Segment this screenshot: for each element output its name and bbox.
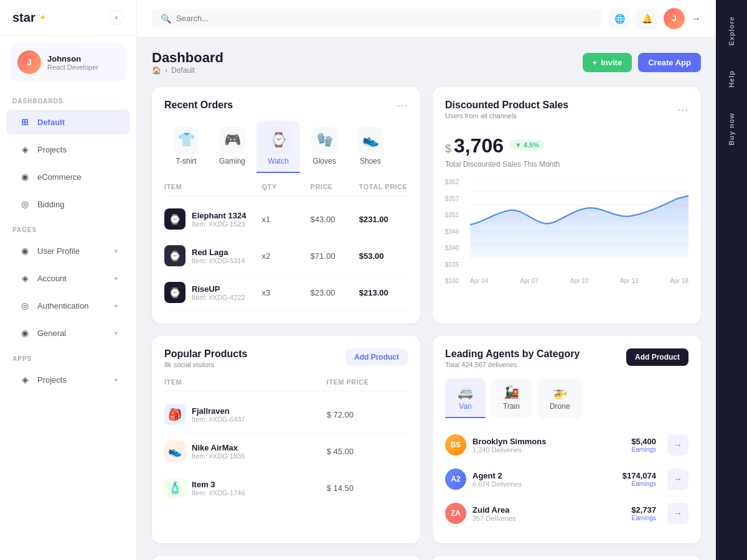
agent-info: Agent 2 6,074 Deliveries [472, 471, 616, 488]
overlay-cards: B Bootstrap 5 Cre ASP.NET Core 7 [152, 556, 701, 560]
sidebar-item-label: Default [37, 118, 65, 127]
y-label: $335 [445, 261, 459, 268]
product-image: 🧴 [164, 477, 186, 498]
drone-icon: 🚁 [552, 385, 568, 399]
agent-arrow-button[interactable]: → [667, 434, 688, 455]
list-item: BS Brooklyn Simmons 1,240 Deliveries $5,… [445, 428, 688, 462]
y-label: $330 [445, 278, 459, 284]
card-title: Recent Orders [164, 100, 233, 111]
x-label: Apr 18 [670, 278, 688, 284]
topbar-actions: 🌐 🔔 J → [609, 8, 701, 29]
item-image: ⌚ [164, 245, 186, 266]
sidebar-item-account[interactable]: ◈ Account ▾ [6, 266, 130, 291]
notification-button[interactable]: 🔔 [636, 8, 657, 29]
sidebar-item-projects[interactable]: ◈ Projects [6, 137, 130, 162]
agent-name: Zuid Area [472, 505, 625, 515]
x-label: Apr 10 [570, 278, 588, 284]
item-image: ⌚ [164, 282, 186, 303]
buy-now-button[interactable]: Buy now [724, 106, 739, 152]
sidebar-item-apps-projects[interactable]: ◈ Projects ▾ [6, 367, 130, 392]
qty-value: x3 [261, 288, 310, 297]
card-subtitle: Total 424,567 deliveries [445, 361, 580, 368]
sidebar-item-user-profile[interactable]: ◉ User Profile ▾ [6, 238, 130, 263]
help-button[interactable]: Help [724, 64, 739, 94]
y-label: $340 [445, 245, 459, 251]
avatar: J [664, 8, 685, 29]
item-info: 🎒 Fjallraven Item: #XDG-6437 [164, 404, 327, 425]
item-info: ⌚ Elephant 1324 Item: #XDG-1523 [164, 208, 261, 230]
agent-arrow-button[interactable]: → [667, 469, 688, 490]
grid-icon: ⊞ [19, 116, 31, 128]
tshirt-icon: 👕 [173, 127, 199, 153]
table-row: ⌚ Red Laga Item: #XDG-5314 x2 $71.00 $53… [164, 238, 408, 274]
tab-tshirt[interactable]: 👕 T-shirt [164, 121, 208, 173]
user-info: Johnson React Developer [47, 54, 98, 71]
avatar: A2 [445, 469, 466, 490]
item-sku: Item: #XDG-1523 [192, 220, 246, 228]
chevron-down-icon: ▾ [115, 302, 118, 309]
breadcrumb-separator: › [165, 66, 167, 75]
add-product-button[interactable]: Add Product [626, 348, 688, 366]
x-label: Apr 04 [470, 278, 488, 284]
search-icon: 🔍 [161, 14, 171, 24]
agent-name: Agent 2 [472, 471, 616, 480]
avatar: ZA [445, 503, 466, 524]
tab-van[interactable]: 🚐 Van [445, 378, 486, 418]
list-item: A2 Agent 2 6,074 Deliveries $174,074 Ear… [445, 462, 688, 497]
more-options-button[interactable]: ⋯ [397, 100, 408, 111]
sidebar-item-label: Projects [37, 375, 67, 385]
popular-products-card: Popular Products 8k social visitors Add … [152, 336, 420, 543]
sidebar-item-authentication[interactable]: ◎ Authentication ▾ [6, 293, 130, 318]
shoes-icon: 👟 [357, 127, 383, 153]
gloves-icon: 🧤 [311, 127, 337, 153]
price-value: $ 14.50 [327, 483, 408, 493]
deliveries-count: 357 Deliveries [472, 515, 625, 522]
sidebar-item-ecommerce[interactable]: ◉ eCommerce [6, 164, 130, 189]
watch-icon: ⌚ [265, 127, 291, 153]
tab-label: Gaming [219, 157, 245, 166]
account-icon: ◈ [19, 272, 31, 284]
sidebar-item-bidding[interactable]: ◎ Bidding [6, 192, 130, 217]
more-options-button[interactable]: ⋯ [677, 104, 688, 115]
ecommerce-icon: ◉ [19, 170, 31, 183]
tab-shoes[interactable]: 👟 Shoes [349, 121, 392, 173]
col-price: ITEM PRICE [327, 378, 408, 386]
agent-earnings: $174,074 Earnings [622, 471, 656, 487]
item-name: Elephant 1324 [192, 211, 246, 220]
list-item: 🧴 Item 3 Item: #XDG-1746 $ 14.50 [164, 470, 408, 506]
card-header: Popular Products 8k social visitors Add … [164, 348, 408, 368]
search-input[interactable] [176, 14, 593, 23]
tab-drone[interactable]: 🚁 Drone [537, 378, 583, 418]
home-icon: 🏠 [152, 66, 161, 75]
content-area: Dashboard 🏠 › Default + Invite Create Ap… [137, 37, 716, 560]
arrow-right-icon[interactable]: → [691, 13, 701, 24]
tab-gaming[interactable]: 🎮 Gaming [210, 121, 254, 173]
agent-arrow-button[interactable]: → [667, 503, 688, 524]
deliveries-count: 6,074 Deliveries [472, 480, 616, 488]
sidebar-item-default[interactable]: ⊞ Default [6, 110, 130, 134]
add-product-button[interactable]: Add Product [345, 348, 408, 366]
earning-label: Earnings [631, 446, 656, 453]
user-role: React Developer [47, 63, 98, 71]
tab-watch[interactable]: ⌚ Watch [256, 121, 300, 173]
agent-earnings: $5,400 Earnings [631, 437, 656, 453]
y-label: $351 [445, 212, 459, 218]
create-app-button[interactable]: Create App [638, 53, 701, 72]
tab-train[interactable]: 🚂 Train [491, 378, 532, 418]
sidebar-item-label: Projects [37, 145, 67, 154]
invite-button[interactable]: + Invite [583, 53, 632, 72]
item-name: Nike AirMax [192, 443, 245, 452]
sales-amount-row: $ 3,706 ▼ 4.5% [445, 129, 688, 160]
breadcrumb: 🏠 › Default [152, 66, 223, 75]
chart-svg [470, 179, 688, 259]
product-image: 👟 [164, 441, 186, 462]
avatar: J [17, 50, 41, 74]
card-title-group: Recent Orders [164, 100, 233, 111]
logo-text: star [12, 11, 35, 25]
tab-gloves[interactable]: 🧤 Gloves [303, 121, 346, 173]
explore-button[interactable]: Explore [724, 10, 739, 52]
sidebar-item-general[interactable]: ◉ General ▾ [6, 320, 130, 345]
header-actions: + Invite Create App [583, 53, 701, 72]
globe-button[interactable]: 🌐 [609, 8, 630, 29]
sidebar-collapse-button[interactable]: ‹ [109, 10, 124, 25]
